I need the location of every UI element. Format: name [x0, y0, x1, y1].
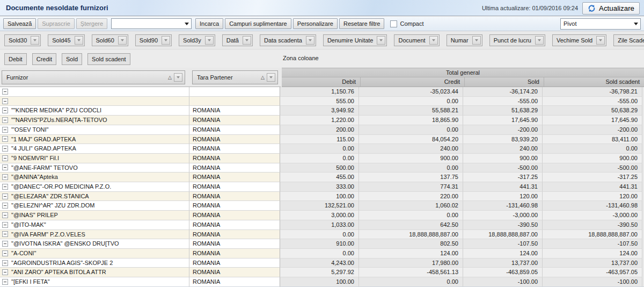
table-row[interactable]: "@INAS" PRILEP ROMANIA 3,000.000.00-3,00… [0, 211, 644, 220]
table-row[interactable]: 1,150.76-35,023.44-36,174.20-36,798.21 [0, 87, 644, 97]
collapse-icon[interactable] [2, 89, 8, 95]
reset-filters-button[interactable]: Resetare filtre [339, 18, 384, 29]
furnizor-value: "@ELEZARA" ZDR.STANICA [11, 192, 89, 201]
table-row[interactable]: ""KINDER MEDIKA" PZU CODCLI ROMANIA 3,94… [0, 106, 644, 116]
field-chip-dat-[interactable]: Dată [222, 34, 253, 46]
table-row[interactable]: "AGROINDUSTRIJA AGIS"-SKOPJE 2 ROMANIA 4… [0, 259, 644, 268]
debit-value-cell: 910.00 [280, 239, 359, 249]
field-chip-document[interactable]: Document [394, 34, 439, 46]
view-mode-select[interactable]: Pivot [560, 18, 641, 30]
field-chip-sold30[interactable]: Sold30 [4, 34, 41, 46]
filter-dropdown-button[interactable] [243, 36, 251, 45]
furnizor-cell: "9 NOEMVRI" Fil.I [0, 154, 189, 163]
table-row[interactable]: "@DANEC"-OR.PO MEDICINA P.Z.O. ROMANIA 3… [0, 182, 644, 192]
collapse-icon[interactable] [2, 174, 8, 180]
table-row[interactable]: "4 JULI" GRAD.APTEKA ROMANIA 0.00240.002… [0, 144, 644, 154]
filter-dropdown-button[interactable] [596, 36, 605, 45]
collapse-icon[interactable] [2, 250, 8, 256]
field-chip-credit[interactable]: Credit [32, 53, 56, 65]
field-chip-numar[interactable]: Numar [447, 34, 482, 46]
filter-dropdown-button[interactable] [174, 73, 182, 82]
table-row[interactable]: "@ELEZNI^AR" JZU ZDR.DOM ROMANIA 132,521… [0, 201, 644, 211]
filter-dropdown-button[interactable] [267, 73, 275, 82]
debit-value-cell: 115.00 [280, 135, 359, 145]
filter-dropdown-button[interactable] [472, 36, 481, 45]
delete-button[interactable]: Ștergere [76, 18, 107, 29]
pivot-rows: 1,150.76-35,023.44-36,174.20-36,798.21 5… [0, 87, 644, 287]
collapse-icon[interactable] [2, 146, 8, 152]
collapse-icon[interactable] [2, 136, 8, 142]
customize-button[interactable]: Personalizare [293, 18, 338, 29]
filter-dropdown-button[interactable] [205, 36, 214, 45]
credit-value-cell: 18,865.90 [359, 116, 463, 125]
collapse-icon[interactable] [2, 117, 8, 123]
filter-dropdown-button[interactable] [306, 36, 314, 45]
field-chip-debit[interactable]: Debit [4, 53, 27, 65]
collapse-icon[interactable] [2, 107, 8, 113]
collapse-icon[interactable] [2, 193, 8, 199]
layout-combobox[interactable] [111, 18, 192, 29]
table-row[interactable]: "@ITO-MAK" ROMANIA 1,033.00642.50-390.50… [0, 220, 644, 230]
table-row[interactable]: "A-CONI" ROMANIA 0.00124.00124.00124.00 [0, 249, 644, 259]
overwrite-button[interactable]: Suprascrie [38, 18, 75, 29]
field-chip-denumire-unitate[interactable]: Denumire Unitate [323, 34, 387, 46]
tara-partener-cell [189, 87, 280, 97]
collapse-icon[interactable] [2, 279, 8, 285]
table-row[interactable]: 555.000.00-555.00-555.00 [0, 97, 644, 106]
extra-fields-button[interactable]: Campuri suplimentare [225, 18, 291, 29]
collapse-icon[interactable] [2, 184, 8, 190]
debit-value-cell: 0.00 [280, 230, 359, 240]
collapse-icon[interactable] [2, 231, 8, 237]
chevron-down-icon [432, 39, 435, 41]
collapse-icon[interactable] [2, 98, 8, 104]
field-chip-sold45[interactable]: Sold45 [48, 34, 84, 46]
field-chip-sold3y[interactable]: Sold3y [179, 34, 215, 46]
field-chip-vechime-sold[interactable]: Vechime Sold [552, 34, 606, 46]
field-chip-zile-scadenta[interactable]: Zile Scadenta [613, 34, 644, 46]
filter-dropdown-button[interactable] [377, 36, 385, 45]
refresh-button[interactable]: Actualizare [582, 2, 640, 15]
field-chip-sold[interactable]: Sold [62, 53, 82, 65]
filter-dropdown-button[interactable] [75, 36, 83, 45]
furnizor-value: "@ELEZNI^AR" JZU ZDR.DOM [11, 201, 95, 210]
table-row[interactable]: "ANI ZARO" APTEKA BITOLA ATTR ROMANIA 5,… [0, 268, 644, 277]
table-row[interactable]: "@IVOTNA ISKRA" @ENSKO DRU[TVO ROMANIA 9… [0, 239, 644, 249]
collapse-icon[interactable] [2, 164, 8, 170]
table-row[interactable]: "@IVA FARM" P.Z.O.VELES ROMANIA 0.0018,8… [0, 230, 644, 240]
filter-dropdown-button[interactable] [118, 36, 127, 45]
furnizor-cell [0, 97, 189, 106]
field-chip-sold90[interactable]: Sold90 [135, 34, 172, 46]
collapse-icon[interactable] [2, 212, 8, 218]
sold-value-cell: 124.00 [463, 249, 543, 259]
tara-partener-field-header[interactable]: Tara Partener △ [192, 70, 278, 84]
table-row[interactable]: ""NARVIS"PZUs.NERA[TA-TETOVO ROMANIA 1,2… [0, 116, 644, 125]
table-row[interactable]: "@ANE-FARM" TETOVO ROMANIA 500.000.00-50… [0, 163, 644, 173]
table-row[interactable]: "9 NOEMVRI" Fil.I ROMANIA 0.00900.00900.… [0, 154, 644, 163]
table-row[interactable]: "[EFKI I FETA" ROMANIA 100.000.00-100.00… [0, 277, 644, 287]
save-button[interactable]: Salvează [3, 18, 36, 29]
compact-checkbox[interactable]: Compact [390, 20, 423, 27]
collapse-icon[interactable] [2, 222, 8, 228]
table-row[interactable]: "@ANINA"Apteka ROMANIA 455.00137.75-317.… [0, 173, 644, 182]
field-chip-sold60[interactable]: Sold60 [92, 34, 128, 46]
field-chip-punct-de-lucru[interactable]: Punct de lucru [489, 34, 545, 46]
table-row[interactable]: "@ELEZARA" ZDR.STANICA ROMANIA 100.00220… [0, 192, 644, 202]
table-row[interactable]: "1 MAJ" GRAD.APTEKA ROMANIA 115.0084,054… [0, 135, 644, 145]
collapse-icon[interactable] [2, 269, 8, 275]
field-chip-data-scadenta[interactable]: Data scadenta [260, 34, 316, 46]
filter-dropdown-button[interactable] [31, 36, 39, 45]
collapse-icon[interactable] [2, 203, 8, 209]
collapse-icon[interactable] [2, 260, 8, 266]
filter-dropdown-button[interactable] [535, 36, 544, 45]
collapse-icon[interactable] [2, 241, 8, 247]
tara-partener-cell: ROMANIA [189, 144, 280, 154]
table-row[interactable]: "'OSEV TONI" ROMANIA 200.000.00-200.00-2… [0, 125, 644, 135]
furnizor-field-header[interactable]: Furnizor △ [2, 70, 185, 84]
filter-dropdown-button[interactable] [162, 36, 170, 45]
filter-dropdown-button[interactable] [429, 36, 438, 45]
collapse-icon[interactable] [2, 155, 8, 161]
field-chip-label: Debit [5, 56, 26, 62]
field-chip-sold-scadent[interactable]: Sold scadent [87, 53, 130, 65]
load-button[interactable]: Incarca [195, 18, 223, 29]
collapse-icon[interactable] [2, 127, 8, 133]
